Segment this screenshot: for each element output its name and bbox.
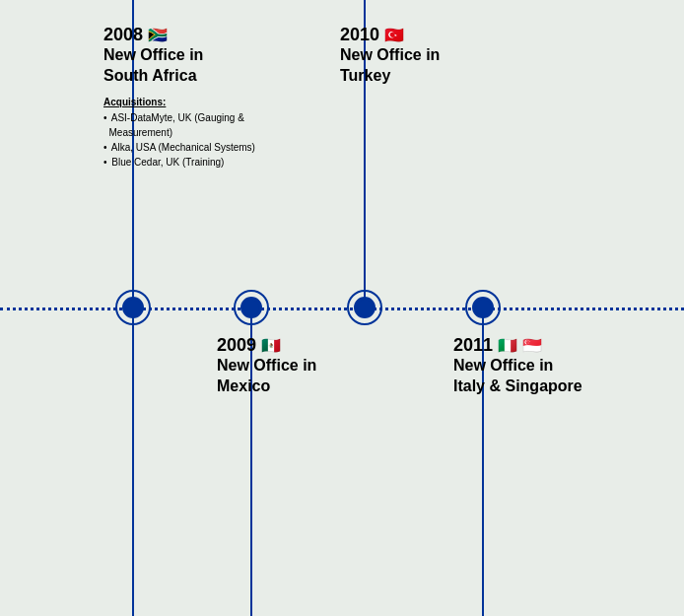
event-title-2009: New Office inMexico	[217, 356, 404, 397]
acquisitions-list-2008: • ASI-DataMyte, UK (Gauging & Measuremen…	[103, 110, 291, 170]
flag-2010: 🇹🇷	[384, 26, 404, 44]
year-label-2009: 2009	[217, 335, 256, 356]
event-title-2011: New Office inItaly & Singapore	[453, 356, 641, 397]
year-label-2011: 2011	[453, 335, 493, 356]
event-card-2011: 2011 🇮🇹 🇸🇬 New Office inItaly & Singapor…	[453, 335, 641, 397]
event-title-2008: New Office inSouth Africa	[103, 45, 291, 87]
event-card-2010: 2010 🇹🇷 New Office inTurkey	[340, 25, 527, 87]
event-year-2010: 2010 🇹🇷	[340, 25, 527, 45]
event-year-2008: 2008 🇿🇦	[103, 25, 291, 45]
event-card-2009: 2009 🇲🇽 New Office inMexico	[217, 335, 404, 397]
acquisition-item-3: Blue Cedar, UK (Training)	[109, 155, 225, 170]
node-2011	[472, 297, 494, 318]
timeline-container: 2008 🇿🇦 New Office inSouth Africa Acquis…	[0, 0, 684, 616]
event-year-2009: 2009 🇲🇽	[217, 335, 404, 356]
event-card-2008: 2008 🇿🇦 New Office inSouth Africa Acquis…	[103, 25, 291, 170]
node-2010	[354, 297, 376, 318]
node-2008	[122, 297, 144, 318]
flag-2011-singapore: 🇸🇬	[522, 336, 542, 355]
acquisition-item-2: Alka, USA (Mechanical Systems)	[109, 140, 255, 155]
flag-2009: 🇲🇽	[261, 336, 281, 355]
year-label-2008: 2008	[103, 25, 143, 45]
acquisition-item-1: ASI-DataMyte, UK (Gauging & Measurement)	[109, 110, 291, 140]
flag-2008: 🇿🇦	[148, 26, 168, 44]
node-2009	[240, 297, 262, 318]
event-title-2010: New Office inTurkey	[340, 45, 527, 87]
flag-2011-italy: 🇮🇹	[498, 336, 517, 355]
year-label-2010: 2010	[340, 25, 379, 45]
acquisitions-label-2008: Acquisitions:	[103, 97, 291, 107]
event-year-2011: 2011 🇮🇹 🇸🇬	[453, 335, 641, 356]
timeline-line	[0, 308, 684, 310]
